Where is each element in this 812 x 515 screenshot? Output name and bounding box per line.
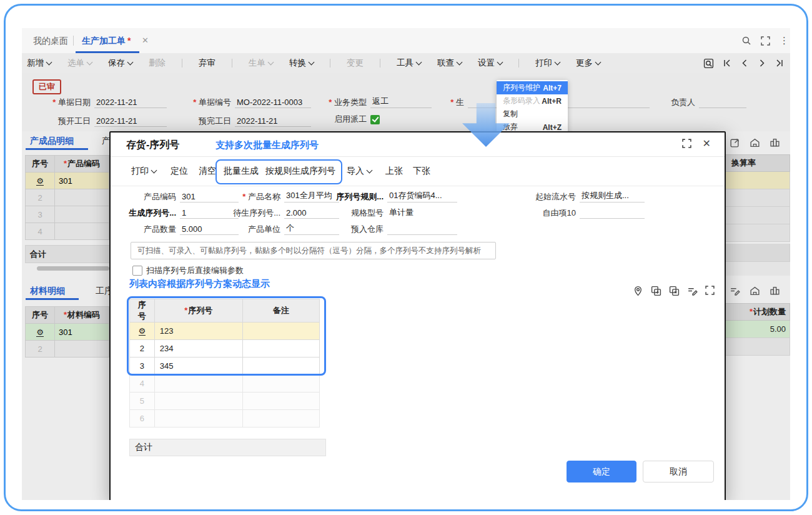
- next-record-icon[interactable]: [758, 59, 766, 68]
- doc-date-label: 单据日期: [39, 97, 94, 108]
- toolbar-tools-button[interactable]: 工具: [397, 58, 421, 69]
- table-row[interactable]: 5: [130, 392, 320, 410]
- cancel-button[interactable]: 取消: [643, 461, 714, 482]
- horizontal-scrollbar[interactable]: [37, 266, 109, 271]
- row-gear-icon[interactable]: ⚙: [139, 327, 146, 336]
- layout-icon[interactable]: [770, 138, 780, 148]
- toolbar-unapprove-button[interactable]: 弃审: [199, 58, 215, 69]
- toolbar-separator: [182, 59, 182, 68]
- biz-type-field[interactable]: 返工: [370, 96, 432, 108]
- table-row[interactable]: ⚙ 123: [130, 322, 320, 340]
- chevron-down-icon: [309, 59, 315, 66]
- sn-rule-field[interactable]: 01存货编码4...: [387, 190, 457, 202]
- row-gear-icon[interactable]: ⚙: [36, 328, 44, 337]
- chevron-down-icon: [497, 59, 503, 66]
- toolbar-save-button[interactable]: 保存: [108, 58, 132, 69]
- plan-start-field[interactable]: 2022-11-21: [94, 116, 167, 127]
- scan-option-checkbox[interactable]: [132, 266, 142, 276]
- table-row[interactable]: 4: [130, 375, 320, 392]
- toolbar-select-doc-button[interactable]: 选单: [67, 58, 92, 69]
- tab-close-icon[interactable]: ✕: [142, 28, 149, 53]
- grid-fullscreen-icon[interactable]: [705, 286, 715, 296]
- table-row[interactable]: 6: [130, 410, 320, 428]
- ok-button[interactable]: 确定: [567, 461, 636, 482]
- layout-icon[interactable]: [770, 286, 780, 296]
- grid-icons-bottom: [730, 286, 780, 296]
- col-material-code: 材料编码: [55, 307, 109, 324]
- warehouse-field[interactable]: [387, 234, 457, 235]
- plan-end-field[interactable]: 2022-11-21: [235, 116, 311, 127]
- prev-record-icon[interactable]: [740, 59, 749, 68]
- doc-no-field[interactable]: MO-2022-11-0003: [235, 98, 311, 108]
- table-row[interactable]: ⚙301: [26, 324, 109, 341]
- modal-fullscreen-icon[interactable]: [682, 139, 691, 148]
- toolbar-nav-icons: [703, 53, 784, 73]
- more-dropdown-menu: 序列号维护Alt+7 条形码录入Alt+R 复制 放弃Alt+Z: [497, 80, 568, 135]
- location-pin-icon[interactable]: [633, 286, 643, 296]
- toolbar-print-button[interactable]: 打印: [535, 58, 560, 69]
- insert-row-icon[interactable]: [651, 286, 661, 296]
- toolbar-linked-query-button[interactable]: 联查: [437, 58, 462, 69]
- modal-prev-doc-button[interactable]: 上张: [385, 166, 403, 177]
- dirty-mark: *: [127, 36, 131, 46]
- last-record-icon[interactable]: [775, 59, 784, 68]
- owner-field[interactable]: [699, 107, 746, 108]
- fullscreen-icon[interactable]: [761, 36, 770, 46]
- row-gear-icon[interactable]: ⚙: [36, 177, 44, 186]
- table-row[interactable]: [725, 207, 790, 224]
- table-row[interactable]: ⚙301: [26, 172, 109, 189]
- archive-home-icon[interactable]: [750, 286, 760, 296]
- tab-production-order[interactable]: 生产加工单*: [78, 28, 134, 53]
- table-row[interactable]: 2: [26, 189, 109, 206]
- plan-start-label: 预开工日: [39, 116, 94, 127]
- start-serial-field[interactable]: 按规则生成...: [580, 190, 645, 202]
- table-row[interactable]: [725, 172, 790, 189]
- archive-home-icon[interactable]: [750, 138, 760, 148]
- table-row[interactable]: 2 234: [130, 340, 320, 358]
- batch-edit-icon[interactable]: [687, 286, 698, 296]
- dispatch-checkbox-checked[interactable]: [370, 115, 380, 124]
- modal-locate-button[interactable]: 定位: [171, 166, 188, 177]
- table-row[interactable]: [725, 224, 790, 242]
- planned-qty-value-cell[interactable]: 5.00: [725, 321, 790, 338]
- table-row[interactable]: [725, 338, 790, 356]
- toolbar-generate-doc-button[interactable]: 生单: [249, 58, 273, 69]
- toolbar-delete-button[interactable]: 删除: [149, 58, 166, 69]
- toolbar-more-button[interactable]: 更多: [576, 58, 600, 69]
- table-row[interactable]: 4: [26, 223, 109, 240]
- modal-batch-generate-button[interactable]: 批量生成: [224, 166, 259, 177]
- toolbar-new-button[interactable]: 新增: [27, 58, 51, 69]
- search-icon[interactable]: [741, 36, 751, 46]
- menu-item-copy[interactable]: 复制: [497, 108, 568, 121]
- spec-model-field[interactable]: 单计量: [387, 207, 457, 219]
- delete-row-icon[interactable]: [669, 286, 680, 296]
- export-icon[interactable]: [730, 138, 740, 148]
- table-row[interactable]: 3 345: [130, 358, 320, 375]
- modal-import-button[interactable]: 导入: [347, 166, 372, 177]
- tab-finished-products[interactable]: 产成品明细: [30, 136, 74, 147]
- col-planned-qty: 计划数量: [725, 303, 790, 321]
- menu-item-barcode-entry[interactable]: 条形码录入Alt+R: [497, 94, 568, 108]
- table-row[interactable]: 2: [26, 341, 109, 358]
- tab-my-desktop[interactable]: 我的桌面: [28, 28, 73, 53]
- menu-item-serial-maintenance[interactable]: 序列号维护Alt+7: [497, 81, 568, 94]
- table-row[interactable]: 3: [26, 206, 109, 223]
- more-vertical-icon[interactable]: ⋮: [780, 35, 789, 46]
- list-query-icon[interactable]: [703, 58, 714, 69]
- free-item10-field[interactable]: [580, 218, 645, 219]
- batch-edit-icon[interactable]: [730, 286, 740, 296]
- toolbar-settings-button[interactable]: 设置: [478, 58, 502, 69]
- modal-next-doc-button[interactable]: 下张: [413, 166, 430, 177]
- modal-print-button[interactable]: 打印: [131, 166, 156, 177]
- toolbar-convert-button[interactable]: 转换: [289, 58, 314, 69]
- tab-materials[interactable]: 材料明细: [30, 286, 65, 297]
- chevron-down-icon: [87, 59, 93, 66]
- col-conv-rate: 换算率: [725, 154, 790, 172]
- modal-generate-by-rule-button[interactable]: 按规则生成序列号: [265, 166, 335, 177]
- doc-date-field[interactable]: 2022-11-21: [94, 98, 167, 108]
- table-row[interactable]: [725, 189, 790, 207]
- modal-close-icon[interactable]: ✕: [703, 139, 711, 148]
- toolbar-change-button[interactable]: 变更: [347, 58, 364, 69]
- first-record-icon[interactable]: [723, 59, 731, 68]
- modal-clear-button[interactable]: 清空: [199, 166, 216, 177]
